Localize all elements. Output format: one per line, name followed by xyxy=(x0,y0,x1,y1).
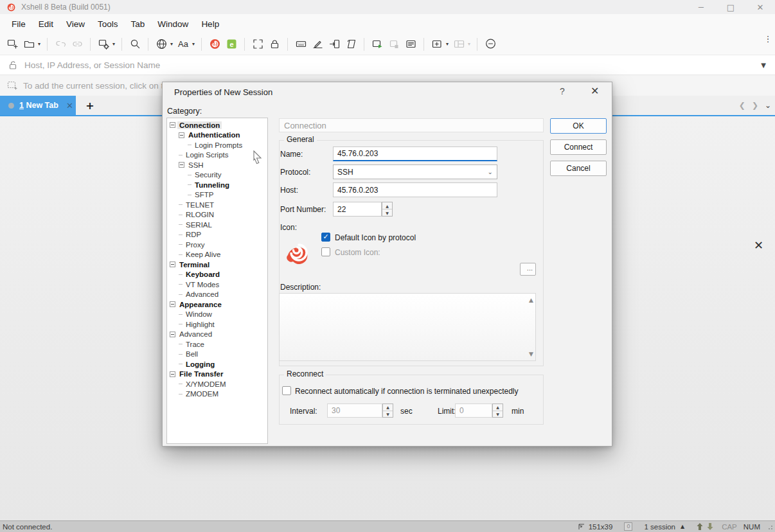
menu-file[interactable]: File xyxy=(5,17,32,31)
tree-item-proxy[interactable]: Proxy xyxy=(167,240,267,250)
scroll-up-icon[interactable]: ▲ xyxy=(529,297,533,303)
tree-item-advanced[interactable]: Advanced xyxy=(167,290,267,300)
compose-pane-button[interactable] xyxy=(310,36,325,53)
description-scrollbar[interactable]: ▲ ▼ xyxy=(524,294,535,360)
name-input[interactable] xyxy=(333,146,497,161)
session-count-indicator[interactable]: 1 session ▲ xyxy=(644,523,684,531)
collapse-expander-icon[interactable] xyxy=(170,371,175,377)
lock-screen-button[interactable] xyxy=(267,36,282,53)
session-pane-close-icon[interactable]: ✕ xyxy=(754,238,763,252)
tree-item-appearance[interactable]: Appearance xyxy=(167,299,267,310)
spin-up-icon[interactable]: ▲ xyxy=(493,404,503,411)
cancel-button[interactable]: Cancel xyxy=(550,161,607,176)
tree-item-bell[interactable]: Bell xyxy=(167,350,267,360)
menu-tab[interactable]: Tab xyxy=(125,17,152,31)
tree-item-login-prompts[interactable]: Login Prompts xyxy=(167,140,267,150)
tree-item-logging[interactable]: Logging xyxy=(167,359,267,369)
description-textarea[interactable]: ▲ ▼ xyxy=(279,293,536,361)
tree-item-highlight[interactable]: Highlight xyxy=(167,319,267,330)
open-session-button[interactable] xyxy=(21,36,37,53)
port-input[interactable] xyxy=(333,202,382,217)
session-list-caret-icon[interactable]: ▲ xyxy=(681,524,684,529)
toolbar-overflow-icon[interactable]: ⋮ xyxy=(763,36,772,42)
protocol-select[interactable]: SSH ⌄ xyxy=(333,164,497,179)
start-logging-button[interactable] xyxy=(370,36,385,53)
tree-item-authentication[interactable]: Authentication xyxy=(167,130,267,141)
spin-down-icon[interactable]: ▼ xyxy=(382,209,392,216)
collapse-expander-icon[interactable] xyxy=(170,301,175,307)
run-script-button[interactable] xyxy=(343,36,359,53)
host-address-input[interactable] xyxy=(24,60,761,70)
tree-item-connection[interactable]: Connection xyxy=(167,120,267,130)
close-button[interactable]: ✕ xyxy=(745,0,775,14)
tree-item-file-transfer[interactable]: File Transfer xyxy=(167,369,267,380)
menu-edit[interactable]: Edit xyxy=(32,17,60,31)
menu-window[interactable]: Window xyxy=(151,17,195,31)
spin-up-icon[interactable]: ▲ xyxy=(383,404,393,411)
dialog-help-icon[interactable]: ? xyxy=(560,86,565,96)
encoding-globe-button[interactable] xyxy=(154,36,169,53)
spin-down-icon[interactable]: ▼ xyxy=(493,411,503,418)
find-button[interactable] xyxy=(127,36,143,53)
resize-grip-icon[interactable] xyxy=(767,524,773,530)
session-properties-dropdown-caret-icon[interactable]: ▾ xyxy=(112,41,115,47)
dialog-close-icon[interactable]: ✕ xyxy=(591,85,599,97)
tree-item-terminal[interactable]: Terminal xyxy=(167,260,267,270)
interval-spinner[interactable]: ▲▼ xyxy=(382,403,393,418)
collapse-expander-icon[interactable] xyxy=(179,132,184,138)
collapse-expander-icon[interactable] xyxy=(170,262,175,267)
session-properties-button[interactable] xyxy=(96,36,111,53)
connect-button[interactable]: Connect xyxy=(550,139,607,155)
tab-list-icon[interactable]: ⌄ xyxy=(765,101,771,110)
host-input[interactable] xyxy=(333,182,497,197)
tree-item-sftp[interactable]: SFTP xyxy=(167,190,267,200)
tab-new-tab[interactable]: 1 New Tab ✕ xyxy=(0,96,76,115)
tree-item-security[interactable]: Security xyxy=(167,170,267,181)
address-dropdown-icon[interactable]: ▼ xyxy=(761,62,766,69)
font-dropdown-caret-icon[interactable]: ▾ xyxy=(192,41,195,47)
collapse-expander-icon[interactable] xyxy=(179,162,184,168)
tree-item-serial[interactable]: SERIAL xyxy=(167,220,267,230)
tree-item-rdp[interactable]: RDP xyxy=(167,230,267,240)
new-session-button[interactable] xyxy=(4,36,20,53)
scroll-down-icon[interactable]: ▼ xyxy=(529,351,533,357)
tree-item-keep-alive[interactable]: Keep Alive xyxy=(167,250,267,260)
font-button[interactable]: Aa xyxy=(175,36,191,53)
tree-item-advanced[interactable]: Advanced xyxy=(167,330,267,340)
interval-input[interactable] xyxy=(327,403,382,418)
maximize-button[interactable]: □ xyxy=(716,0,745,14)
view-log-button[interactable] xyxy=(403,36,418,53)
reconnect-checkbox[interactable] xyxy=(282,386,291,395)
spin-down-icon[interactable]: ▼ xyxy=(383,411,393,418)
tree-item-vt-modes[interactable]: VT Modes xyxy=(167,279,267,290)
virtual-keyboard-button[interactable] xyxy=(293,36,308,53)
encoding-globe-dropdown-caret-icon[interactable]: ▾ xyxy=(170,41,173,47)
new-tab-dropdown-caret-icon[interactable]: ▾ xyxy=(446,41,449,47)
limit-input[interactable] xyxy=(455,403,492,418)
xshell-home-button[interactable] xyxy=(207,36,222,53)
add-tab-button[interactable]: + xyxy=(82,98,98,113)
xftp-transfer-button[interactable]: e xyxy=(224,36,239,53)
ok-button[interactable]: OK xyxy=(550,118,607,134)
fullscreen-button[interactable] xyxy=(250,36,265,53)
help-balloon-button[interactable] xyxy=(483,36,498,53)
focus-editor-button[interactable] xyxy=(326,36,342,53)
browse-icon-button[interactable]: ... xyxy=(520,263,536,276)
tab-close-icon[interactable]: ✕ xyxy=(66,101,73,111)
minimize-button[interactable]: ─ xyxy=(686,0,716,14)
custom-icon-checkbox[interactable] xyxy=(321,247,330,256)
spin-up-icon[interactable]: ▲ xyxy=(382,202,392,209)
port-spinner[interactable]: ▲▼ xyxy=(382,202,393,217)
collapse-expander-icon[interactable] xyxy=(170,332,175,337)
tree-item-window[interactable]: Window xyxy=(167,310,267,320)
tree-item-zmodem[interactable]: ZMODEM xyxy=(167,389,267,400)
new-tab-button[interactable] xyxy=(429,36,445,53)
tab-scroll-right-icon[interactable]: ❯ xyxy=(752,101,758,110)
tree-item-keyboard[interactable]: Keyboard xyxy=(167,270,267,280)
tree-item-rlogin[interactable]: RLOGIN xyxy=(167,210,267,220)
open-session-dropdown-caret-icon[interactable]: ▾ xyxy=(38,41,40,47)
tab-scroll-left-icon[interactable]: ❮ xyxy=(739,101,745,110)
collapse-expander-icon[interactable] xyxy=(170,122,175,128)
tree-item-trace[interactable]: Trace xyxy=(167,339,267,350)
limit-spinner[interactable]: ▲▼ xyxy=(492,403,503,418)
